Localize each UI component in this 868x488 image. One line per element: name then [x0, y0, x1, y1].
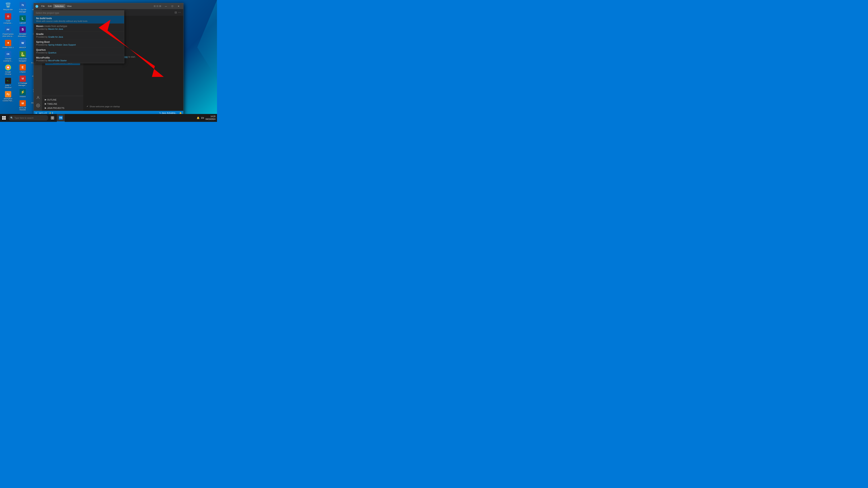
- startup-checkbox-area: ✔ Show welcome page on startup: [87, 105, 120, 108]
- winpython-label: WinPython Control Pan...: [2, 98, 14, 102]
- taskbar: 🔍 VS 🔔 EN 14:20 04/10/2024: [0, 114, 217, 122]
- desktop-icon-recycle-bin[interactable]: 🗑️ Recycle Bin: [1, 1, 15, 12]
- dropdown-item-spring-boot[interactable]: Spring Boot Provided by Spring Initializ…: [34, 39, 124, 47]
- elspice-icon: E: [20, 64, 26, 71]
- menu-file[interactable]: File: [40, 4, 46, 8]
- simulator-icon: S: [20, 26, 26, 33]
- svg-point-13: [37, 96, 39, 98]
- desktop-icon-chrome[interactable]: Google Chrome: [1, 64, 15, 76]
- taskbar-language-icon[interactable]: EN: [201, 117, 204, 119]
- powerfactory-icon: PF: [5, 26, 11, 33]
- dropdown-search-input[interactable]: [34, 10, 124, 16]
- more-actions-icon[interactable]: ⋯: [178, 11, 181, 14]
- winscp-icon: W: [20, 40, 26, 46]
- microprofile-title: MicroProfile: [36, 56, 122, 59]
- maven-desc: Provided by Maven for Java: [36, 28, 122, 30]
- desktop-icon-putty[interactable]: >_ putty = Shortcut: [1, 77, 15, 90]
- svg-rect-20: [4, 118, 6, 120]
- warning-icon: ⚠: [43, 112, 45, 114]
- dropdown-item-microprofile[interactable]: MicroProfile Provided by MicroProfile St…: [34, 55, 124, 63]
- layout-icons: ⊞ ⊟ ⊠: [154, 5, 161, 7]
- taskbar-notification-icon[interactable]: 🔔: [197, 117, 199, 119]
- menu-view[interactable]: View: [65, 4, 73, 8]
- task-view-button[interactable]: [49, 114, 56, 122]
- taskbar-vscode-app[interactable]: VS: [57, 114, 65, 122]
- split-editor-icon[interactable]: ⊟: [175, 11, 177, 14]
- taskbar-right: 🔔 EN 14:20 04/10/2024: [197, 115, 217, 121]
- minimize-button[interactable]: —: [163, 3, 169, 9]
- desktop-icon-anaconda[interactable]: 🐍 Anaconda Navigator: [16, 50, 30, 63]
- vscode-status-icon: ✦: [35, 112, 37, 114]
- gradle-desc: Provided by Gradle for Java: [36, 36, 122, 38]
- taskbar-apps: VS: [57, 114, 65, 122]
- statusbar-notification[interactable]: 🔔: [179, 112, 182, 114]
- layout-icon-1[interactable]: ⊞: [154, 5, 156, 7]
- outline-arrow-icon: ▶: [45, 98, 46, 101]
- svg-point-14: [38, 105, 39, 106]
- sidebar-timeline[interactable]: ▶ TIMELINE: [42, 102, 83, 106]
- matlab-label: MATLAB R2020b: [17, 107, 29, 111]
- putty-label: putty = Shortcut: [2, 85, 14, 89]
- svg-rect-22: [53, 117, 54, 118]
- desktop-icon-vi-package[interactable]: VI VI Package Manager...: [16, 75, 30, 87]
- vscode-menu: File Edit Selection View: [40, 4, 154, 8]
- error-icon: ⊗: [39, 112, 41, 114]
- statusbar-java[interactable]: ↻ Java: Activating...: [159, 112, 177, 114]
- taskbar-search-box[interactable]: 🔍: [9, 115, 48, 121]
- taskbar-clock[interactable]: 14:20 04/10/2024: [206, 115, 215, 121]
- no-build-tools-desc: Work with source code directly without a…: [36, 20, 122, 22]
- desktop-icon-arduino[interactable]: ⚡ Arduino: [16, 88, 30, 99]
- statusbar-ports[interactable]: ⚡ 0: [49, 112, 53, 114]
- spring-boot-desc: Provided by Spring Initializr Java Suppo…: [36, 43, 122, 46]
- svg-rect-18: [4, 116, 6, 118]
- startup-checkbox-label: Show welcome page on startup: [90, 105, 120, 108]
- desktop-icon-winscp[interactable]: W WinSCP: [16, 39, 30, 50]
- desktop-icon-7zip[interactable]: 7z 7-Zip File Manager: [16, 1, 30, 14]
- desktop-icon-powerfactory[interactable]: PF PowerFactory 2024 SP4 (x...: [1, 26, 15, 38]
- maven-title: Maven create from archetype: [36, 25, 122, 28]
- desktop-icon-matlab[interactable]: M MATLAB R2020b: [16, 99, 30, 112]
- vi-package-icon: VI: [20, 75, 26, 82]
- java-projects-label: JAVA PROJECTS: [47, 107, 64, 109]
- activity-accounts[interactable]: [34, 94, 42, 101]
- gradle-title: Gradle: [36, 33, 122, 35]
- dropdown-item-gradle[interactable]: Gradle Provided by Gradle for Java: [34, 32, 124, 39]
- 7zip-label: 7-Zip File Manager: [17, 9, 29, 13]
- layout-icon-3[interactable]: ⊠: [159, 5, 161, 7]
- dropdown-item-no-build-tools[interactable]: No build tools Work with source code dir…: [34, 16, 124, 24]
- menu-selection[interactable]: Selection: [53, 4, 65, 8]
- menu-edit[interactable]: Edit: [46, 4, 53, 8]
- chrome-icon: [5, 64, 11, 71]
- microprofile-desc: Provided by MicroProfile Starter: [36, 59, 122, 62]
- outline-label: OUTLINE: [47, 99, 57, 101]
- layout-icon-2[interactable]: ⊟: [156, 5, 158, 7]
- desktop-icon-winpython[interactable]: Py WinPython Control Pan...: [1, 90, 15, 103]
- activity-settings[interactable]: [34, 102, 42, 109]
- winscp-label: WinSCP: [19, 46, 26, 49]
- labsoft-label: LabSoft: [20, 22, 26, 24]
- task-view-icon: [51, 116, 54, 120]
- statusbar-vscode-icon[interactable]: ✦: [35, 112, 37, 114]
- dropdown-item-quarkus[interactable]: Quarkus Provided by Quarkus: [34, 47, 124, 55]
- putty-icon: >_: [5, 78, 11, 84]
- dropdown-item-maven[interactable]: Maven create from archetype Provided by …: [34, 24, 124, 32]
- sidebar-outline[interactable]: ▶ OUTLINE: [42, 98, 83, 102]
- taskbar-search-input[interactable]: [14, 117, 46, 119]
- simulator-label: Simulator Education...: [17, 33, 29, 37]
- desktop-icon-simulator[interactable]: S Simulator Education...: [16, 26, 30, 38]
- start-button[interactable]: [0, 114, 8, 122]
- svg-rect-24: [53, 118, 54, 119]
- vivado-label: Vivado 2022.1: [2, 46, 13, 49]
- statusbar-errors[interactable]: ⊗ 0 ⚠ 0: [39, 112, 46, 114]
- desktop-icon-elspice[interactable]: E LTspice: [16, 64, 30, 74]
- desktop-icon-vivado[interactable]: ✦ Vivado 2022.1: [1, 39, 15, 50]
- desktop-icon-code-composer[interactable]: ⚙ Code Compose...: [1, 12, 15, 25]
- close-button[interactable]: ✕: [175, 3, 182, 9]
- clock-time: 14:20: [206, 115, 215, 118]
- sidebar-java-projects[interactable]: ▶ JAVA PROJECTS: [42, 106, 83, 110]
- maximize-button[interactable]: ☐: [169, 3, 175, 9]
- desktop-icon-classkit[interactable]: CK Classkit License C...: [1, 50, 15, 63]
- taskbar-vscode-icon: VS: [59, 116, 63, 120]
- desktop-icon-labsoft[interactable]: L LabSoft: [16, 14, 30, 25]
- timeline-label: TIMELINE: [47, 103, 57, 105]
